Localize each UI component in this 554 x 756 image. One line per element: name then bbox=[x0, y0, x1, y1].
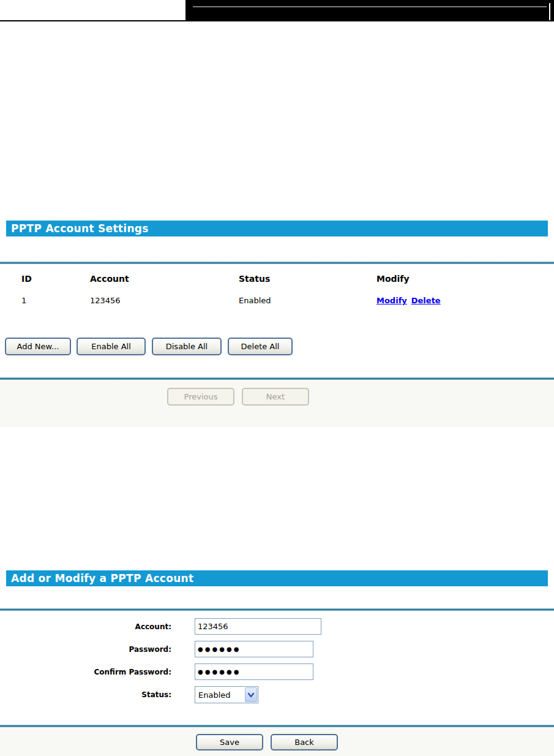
row-account: 123456 bbox=[90, 296, 239, 305]
top-header-tick bbox=[549, 3, 550, 20]
confirm-password-field[interactable] bbox=[195, 663, 313, 680]
back-button[interactable]: Back bbox=[271, 734, 338, 750]
previous-button[interactable]: Previous bbox=[167, 388, 234, 406]
delete-link[interactable]: Delete bbox=[411, 296, 441, 305]
account-field[interactable] bbox=[195, 618, 321, 635]
pptp-settings-title-bar: PPTP Account Settings bbox=[6, 221, 548, 236]
accounts-table-header: ID Account Status Modify bbox=[20, 274, 511, 284]
save-button[interactable]: Save bbox=[196, 734, 263, 750]
password-label: Password: bbox=[0, 645, 171, 654]
password-row: Password: bbox=[0, 641, 343, 657]
separator-line-form-top bbox=[0, 608, 554, 611]
next-button[interactable]: Next bbox=[242, 388, 309, 406]
pptp-settings-title: PPTP Account Settings bbox=[11, 222, 149, 235]
status-row: Status: Enabled bbox=[0, 686, 343, 703]
col-header-status: Status bbox=[239, 274, 376, 284]
chevron-down-icon[interactable] bbox=[245, 687, 257, 702]
top-header-block bbox=[185, 0, 554, 20]
account-row: Account: bbox=[0, 618, 343, 635]
col-header-modify: Modify bbox=[376, 274, 511, 284]
confirm-password-row: Confirm Password: bbox=[0, 663, 343, 680]
add-new-button[interactable]: Add New... bbox=[5, 338, 71, 355]
disable-all-button[interactable]: Disable All bbox=[152, 338, 222, 355]
page: PPTP Account Settings ID Account Status … bbox=[0, 0, 554, 756]
col-header-id: ID bbox=[20, 274, 90, 284]
table-row: 1 123456 Enabled ModifyDelete bbox=[20, 296, 511, 305]
row-id: 1 bbox=[20, 296, 90, 305]
row-status: Enabled bbox=[239, 296, 376, 305]
status-label: Status: bbox=[0, 690, 171, 699]
confirm-password-label: Confirm Password: bbox=[0, 668, 171, 676]
col-header-account: Account bbox=[90, 274, 239, 284]
account-label: Account: bbox=[0, 622, 171, 631]
status-select-value: Enabled bbox=[195, 690, 244, 700]
delete-all-button[interactable]: Delete All bbox=[228, 338, 293, 355]
row-modify-cell: ModifyDelete bbox=[376, 296, 511, 305]
password-field[interactable] bbox=[195, 641, 313, 657]
top-header-divider bbox=[193, 6, 547, 7]
add-modify-title: Add or Modify a PPTP Account bbox=[11, 572, 193, 584]
separator-line-top bbox=[0, 262, 554, 264]
top-horizontal-rule bbox=[0, 20, 554, 21]
status-select[interactable]: Enabled bbox=[195, 686, 258, 703]
add-modify-title-bar: Add or Modify a PPTP Account bbox=[6, 570, 548, 586]
enable-all-button[interactable]: Enable All bbox=[77, 338, 146, 355]
modify-link[interactable]: Modify bbox=[376, 296, 407, 305]
